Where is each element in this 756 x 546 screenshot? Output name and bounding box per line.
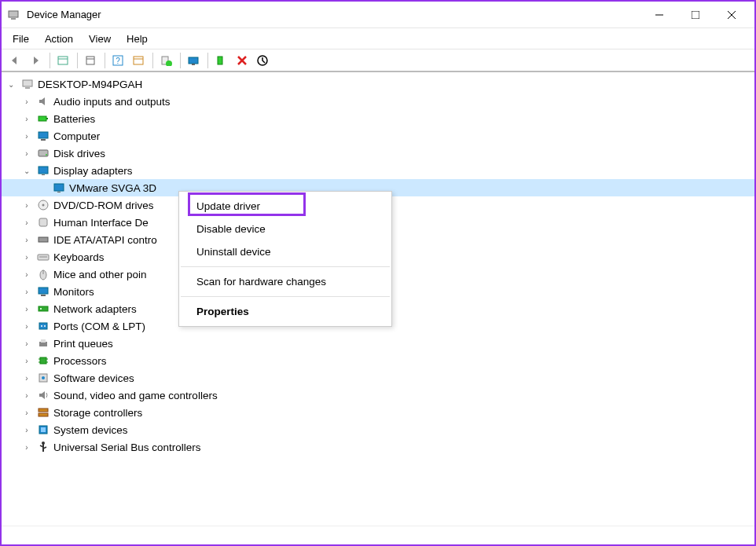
enable-device-button[interactable] (212, 51, 231, 70)
close-button[interactable] (714, 3, 750, 27)
svg-rect-23 (25, 87, 30, 89)
expand-icon[interactable]: › (20, 302, 33, 315)
svg-point-63 (42, 442, 45, 445)
monitor-icon (36, 284, 50, 299)
menu-file[interactable]: File (5, 31, 37, 47)
tree-node[interactable]: ›Disk drives (2, 145, 754, 162)
expand-icon[interactable]: › (20, 320, 33, 332)
expand-icon[interactable]: › (20, 130, 33, 142)
svg-rect-45 (40, 308, 42, 310)
tree-node-label-sound-video-and-game-controllers: Sound, video and game controllers (53, 390, 218, 401)
update-driver-button[interactable] (157, 51, 176, 70)
minimize-button[interactable] (641, 3, 677, 27)
tree-node[interactable]: ⌄Display adapters (2, 162, 754, 179)
properties-button[interactable] (82, 51, 101, 70)
expand-icon[interactable]: › (20, 423, 33, 436)
expand-icon[interactable]: › (20, 216, 33, 229)
expand-icon[interactable]: › (20, 285, 33, 298)
ctx-update-driver[interactable]: Update driver (179, 195, 391, 218)
scan-hardware-button[interactable] (185, 51, 204, 70)
expand-icon[interactable]: › (20, 389, 33, 401)
display-icon (36, 163, 50, 178)
svg-rect-24 (39, 116, 46, 121)
action-button[interactable] (130, 51, 149, 70)
svg-rect-27 (41, 139, 46, 141)
expand-icon[interactable]: › (20, 199, 33, 211)
tree-node-label-ide-ata-atapi-controllers: IDE ATA/ATAPI contro (53, 234, 157, 246)
expand-icon[interactable]: › (20, 441, 33, 453)
menu-help[interactable]: Help (119, 31, 156, 47)
ctx-uninstall-device[interactable]: Uninstall device (179, 240, 391, 263)
tree-node[interactable]: ›Batteries (2, 110, 754, 127)
tree-node[interactable]: ›Processors (2, 352, 754, 369)
expand-icon[interactable]: › (20, 147, 33, 159)
expand-icon[interactable]: › (20, 112, 33, 125)
maximize-button[interactable] (677, 3, 714, 27)
tree-node[interactable]: ›Computer (2, 127, 754, 145)
tree-node-label-software-devices: Software devices (53, 372, 134, 384)
expand-icon[interactable]: › (20, 337, 33, 350)
tree-node[interactable]: ›Sound, video and game controllers (2, 387, 754, 404)
tree-node-label-audio-inputs-and-outputs: Audio inputs and outputs (53, 96, 171, 108)
svg-rect-26 (39, 132, 48, 138)
context-menu: Update driver Disable device Uninstall d… (178, 191, 392, 327)
forward-button[interactable] (27, 51, 46, 70)
svg-rect-30 (39, 167, 48, 174)
dvd-icon (36, 198, 50, 212)
tree-node[interactable]: ›Storage controllers (2, 404, 754, 421)
back-button[interactable] (6, 51, 25, 70)
toolbar: ? (2, 49, 754, 72)
svg-rect-0 (9, 11, 18, 17)
tree-node-label-batteries: Batteries (53, 113, 95, 125)
tree-root[interactable]: ⌄ DESKTOP-M94PGAH (2, 75, 754, 93)
svg-rect-3 (692, 11, 699, 19)
svg-rect-43 (41, 295, 46, 296)
menu-action[interactable]: Action (37, 31, 81, 47)
hid-icon (36, 215, 50, 229)
expand-icon[interactable]: › (20, 406, 33, 419)
expand-icon[interactable]: › (20, 233, 33, 246)
tree-node-label-display-adapters: Display adapters (53, 165, 133, 177)
svg-rect-25 (46, 118, 48, 119)
tree-node-label-human-interface-devices: Human Interface De (53, 217, 149, 229)
tree-node-label-universal-serial-bus-controllers: Universal Serial Bus controllers (53, 442, 201, 453)
tree-node-label-network-adapters: Network adapters (53, 303, 137, 315)
svg-point-35 (42, 204, 45, 207)
window-titlebar: Device Manager (2, 2, 754, 28)
collapse-icon[interactable]: ⌄ (5, 78, 17, 90)
expand-icon[interactable]: › (20, 95, 33, 108)
uninstall-button[interactable] (233, 51, 251, 70)
system-icon (36, 423, 50, 437)
menu-view[interactable]: View (81, 31, 119, 47)
expand-icon[interactable]: › (20, 354, 33, 367)
ctx-properties[interactable]: Properties (179, 300, 391, 323)
tree-node[interactable]: ›Print queues (2, 335, 754, 352)
ctx-scan-hardware[interactable]: Scan for hardware changes (179, 270, 391, 293)
tree-node-label-dvd-cd-rom-drives: DVD/CD-ROM drives (53, 200, 154, 211)
disable-device-button[interactable] (253, 51, 272, 70)
svg-rect-31 (42, 174, 45, 175)
tree-node-label-computer: Computer (53, 130, 100, 142)
expand-icon[interactable]: › (20, 372, 33, 384)
svg-rect-50 (41, 339, 46, 343)
expand-icon[interactable]: › (20, 251, 33, 263)
expand-icon[interactable]: › (20, 268, 33, 280)
expand-icon[interactable]: ⌄ (20, 164, 33, 177)
tree-node[interactable]: ›Audio inputs and outputs (2, 93, 754, 110)
svg-point-47 (41, 325, 42, 327)
context-menu-separator (181, 266, 390, 267)
printer-icon (36, 336, 50, 350)
sound-icon (36, 388, 50, 402)
ctx-disable-device[interactable]: Disable device (179, 218, 391, 240)
mouse-icon (36, 267, 50, 281)
window-title: Device Manager (27, 9, 641, 20)
show-tree-button[interactable] (54, 51, 73, 70)
tree-node-label-keyboards: Keyboards (53, 251, 105, 263)
svg-rect-12 (134, 57, 143, 64)
tree-node[interactable]: ›Software devices (2, 369, 754, 387)
tree-node[interactable]: ›Universal Serial Bus controllers (2, 438, 754, 456)
help-button[interactable]: ? (109, 51, 128, 70)
tree-node[interactable]: ›System devices (2, 421, 754, 438)
display-icon (52, 181, 66, 195)
computer-icon (36, 129, 50, 143)
